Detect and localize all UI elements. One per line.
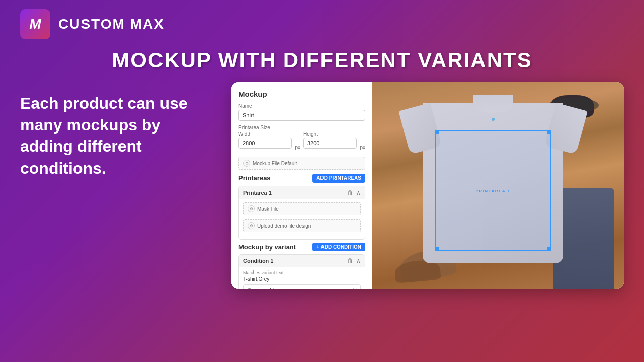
height-group: Height bbox=[303, 131, 357, 149]
add-condition-button[interactable]: + ADD CONDITION bbox=[312, 243, 365, 251]
content-area: Each product can use many mockups by add… bbox=[0, 82, 644, 362]
width-label: Width bbox=[238, 131, 292, 137]
collapse-printarea-icon[interactable]: ∧ bbox=[356, 189, 361, 196]
condition-1: Condition 1 🗑 ∧ Matches variant text T-s… bbox=[238, 254, 365, 289]
panel-title: Mockup bbox=[238, 89, 365, 98]
mask-file-btn[interactable]: ⚙ Mask File bbox=[243, 202, 361, 215]
name-label: Name bbox=[238, 103, 365, 109]
printareas-section-header: Printareas ADD PRINTAREAS bbox=[238, 174, 365, 183]
header: M CUSTOM MAX bbox=[0, 0, 644, 48]
logo-letter: M bbox=[29, 16, 41, 32]
file-row-1: ⚙ grey shirt.png ✕ bbox=[243, 284, 361, 289]
mask-icon: ⚙ bbox=[248, 205, 255, 212]
printarea-size-group: Printarea Size Width px Height px bbox=[238, 125, 365, 153]
px-label-1: px bbox=[295, 145, 300, 153]
upload-demo-label: Upload demo file design bbox=[257, 223, 311, 229]
shirt-dot bbox=[492, 118, 495, 121]
shirt-printarea-overlay: PRINTAREA 1 bbox=[435, 130, 551, 251]
page-wrapper: M CUSTOM MAX MOCKUP WITH DIFFERENT VARIA… bbox=[0, 0, 644, 362]
printarea-1: Printarea 1 🗑 ∧ ⚙ Mask File ⚙ bbox=[238, 186, 365, 240]
upload-demo-icon: ⚙ bbox=[248, 222, 255, 229]
printarea-1-actions: 🗑 ∧ bbox=[347, 189, 361, 196]
corner-tl bbox=[436, 131, 439, 134]
name-group: Name bbox=[238, 103, 365, 121]
collapse-condition-1-icon[interactable]: ∧ bbox=[356, 257, 361, 264]
matches-value: T-shirt,Grey bbox=[243, 276, 361, 282]
tshirt-collar bbox=[473, 95, 513, 113]
printareas-title: Printareas bbox=[238, 174, 271, 182]
px-label-2: px bbox=[360, 145, 365, 153]
corner-tr bbox=[547, 131, 550, 134]
mockup-by-variant-header: Mockup by variant + ADD CONDITION bbox=[238, 243, 365, 251]
file-name-1: grey shirt.png bbox=[256, 288, 352, 289]
corner-br bbox=[547, 247, 550, 250]
preview-panel: PRINTAREA 1 bbox=[372, 82, 624, 289]
logo-box: M bbox=[20, 9, 50, 39]
condition-1-title: Condition 1 bbox=[243, 258, 274, 264]
brand-name: CUSTOM MAX bbox=[58, 16, 165, 32]
height-label: Height bbox=[303, 131, 357, 137]
form-panel: Mockup Name Printarea Size Width px bbox=[231, 82, 372, 289]
condition-1-body: Matches variant text T-shirt,Grey ⚙ grey… bbox=[239, 267, 365, 289]
delete-printarea-icon[interactable]: 🗑 bbox=[347, 189, 353, 196]
remove-file-icon[interactable]: ✕ bbox=[352, 287, 357, 289]
mockup-by-variant-title: Mockup by variant bbox=[238, 243, 296, 251]
mockup-file-default-label: Mockup File Default bbox=[253, 161, 297, 166]
printarea-1-title: Printarea 1 bbox=[243, 190, 272, 196]
mask-file-label: Mask File bbox=[257, 206, 279, 212]
mockup-card: Mockup Name Printarea Size Width px bbox=[231, 82, 624, 289]
file-icon-1: ⚙ bbox=[247, 287, 254, 289]
height-input[interactable] bbox=[303, 138, 357, 149]
printarea-1-header: Printarea 1 🗑 ∧ bbox=[239, 186, 365, 199]
name-input[interactable] bbox=[238, 110, 365, 121]
mockup-file-default-btn[interactable]: ⚙ Mockup File Default bbox=[238, 157, 365, 170]
condition-1-actions: 🗑 ∧ bbox=[347, 257, 361, 264]
condition-1-header: Condition 1 🗑 ∧ bbox=[239, 255, 365, 267]
printarea-1-body: ⚙ Mask File ⚙ Upload demo file design bbox=[239, 199, 365, 239]
matches-label: Matches variant text bbox=[243, 270, 361, 275]
width-input[interactable] bbox=[238, 138, 292, 149]
printarea-size-label: Printarea Size bbox=[238, 125, 365, 130]
corner-bl bbox=[436, 247, 439, 250]
upload-demo-btn[interactable]: ⚙ Upload demo file design bbox=[243, 219, 361, 232]
delete-condition-1-icon[interactable]: 🗑 bbox=[347, 257, 353, 264]
page-title: MOCKUP WITH DIFFERENT VARIANTS bbox=[0, 48, 644, 82]
printarea-label: PRINTAREA 1 bbox=[476, 189, 511, 193]
upload-icon: ⚙ bbox=[243, 160, 250, 167]
add-printareas-button[interactable]: ADD PRINTAREAS bbox=[312, 174, 365, 183]
tshirt-body: PRINTAREA 1 bbox=[423, 103, 564, 263]
left-description: Each product can use many mockups by add… bbox=[20, 82, 211, 179]
width-group: Width bbox=[238, 131, 292, 149]
size-row: Width px Height px bbox=[238, 131, 365, 153]
